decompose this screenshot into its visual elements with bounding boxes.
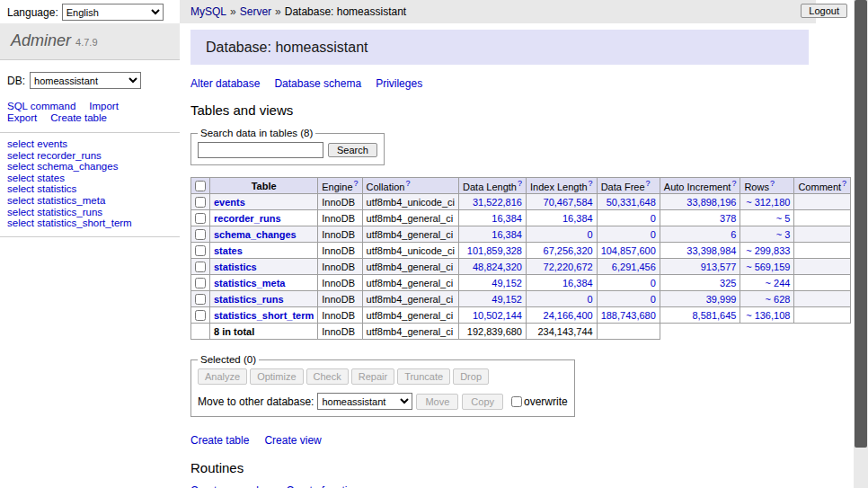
sidebar-link-create-table[interactable]: Create table [50, 112, 107, 123]
scrollbar[interactable] [854, 0, 868, 488]
row-checkbox[interactable] [195, 294, 206, 305]
table-name-link[interactable]: events [214, 197, 245, 208]
data-free-cell: 0 [597, 210, 660, 226]
sidebar-table-link[interactable]: select statistics_runs [7, 207, 173, 218]
breadcrumb-link-server[interactable]: Server [240, 5, 271, 18]
optimize-button[interactable]: Optimize [250, 368, 303, 385]
engine-cell: InnoDB [318, 259, 362, 275]
row-checkbox[interactable] [195, 310, 206, 321]
repair-button[interactable]: Repair [351, 368, 394, 385]
help-link[interactable]: ? [731, 179, 736, 188]
index-length-cell: 16,384 [526, 275, 597, 291]
db-select[interactable]: homeassistant [30, 72, 141, 89]
rows-count-link[interactable]: ~ 136,108 [746, 310, 790, 321]
help-link[interactable]: ? [518, 179, 522, 188]
drop-button[interactable]: Drop [453, 368, 489, 385]
table-name-link[interactable]: statistics_meta [214, 278, 286, 288]
sidebar-table-link[interactable]: select states [7, 173, 173, 184]
comment-cell [794, 275, 851, 291]
scrollbar-thumb[interactable] [855, 0, 867, 448]
table-name-link[interactable]: states [214, 245, 243, 256]
rows-count-link[interactable]: ~ 5 [776, 213, 791, 224]
comment-cell [794, 307, 851, 324]
copy-button[interactable]: Copy [462, 394, 503, 410]
help-link[interactable]: ? [842, 179, 846, 188]
column-header: Data Free? [597, 178, 660, 194]
select-all-checkbox[interactable] [195, 181, 206, 191]
sidebar-link-sql-command[interactable]: SQL command [7, 101, 75, 111]
create-view-link[interactable]: Create view [264, 434, 321, 447]
auto-increment-cell: 8,581,645 [660, 307, 740, 324]
table-name-link[interactable]: recorder_runs [214, 213, 281, 224]
move-db-select[interactable]: homeassistant [317, 393, 412, 410]
row-checkbox[interactable] [195, 213, 206, 224]
total-label-cell: 8 in total [210, 324, 318, 340]
check-button[interactable]: Check [306, 368, 349, 385]
table-row: statesInnoDButf8mb4_unicode_ci101,859,32… [191, 243, 851, 259]
sidebar-table-link[interactable]: select statistics_meta [7, 195, 173, 207]
create-procedure-link[interactable]: Create procedure [190, 484, 274, 488]
adminer-logo[interactable]: Adminer [11, 31, 71, 49]
sidebar-link-export[interactable]: Export [7, 112, 37, 123]
help-link[interactable]: ? [646, 179, 651, 188]
row-checkbox[interactable] [195, 278, 206, 288]
alter-database-link[interactable]: Alter database [190, 77, 260, 90]
overwrite-checkbox[interactable] [511, 396, 522, 407]
language-area: Language:English [0, 0, 180, 23]
move-button[interactable]: Move [416, 394, 458, 410]
rows-count-link[interactable]: ~ 628 [766, 294, 791, 305]
create-links: Create tableCreate view [190, 434, 854, 447]
rows-count-link[interactable]: ~ 569,159 [746, 262, 790, 272]
create-function-link[interactable]: Create function [286, 484, 359, 488]
engine-cell: InnoDB [318, 291, 362, 307]
table-name-cell: recorder_runs [210, 210, 318, 226]
truncate-button[interactable]: Truncate [397, 368, 450, 385]
engine-cell: InnoDB [318, 243, 362, 259]
sidebar-table-link[interactable]: select statistics_short_term [7, 217, 173, 229]
breadcrumb-link-mysql[interactable]: MySQL [190, 5, 226, 18]
help-link[interactable]: ? [770, 179, 775, 188]
help-link[interactable]: ? [354, 179, 359, 188]
table-name-link[interactable]: schema_changes [214, 229, 297, 240]
table-row: schema_changesInnoDButf8mb4_general_ci16… [191, 226, 851, 243]
row-checkbox[interactable] [195, 197, 206, 208]
logout-button[interactable]: Logout [801, 4, 847, 18]
help-link[interactable]: ? [405, 179, 410, 188]
search-button[interactable]: Search [328, 143, 377, 157]
row-check-cell [191, 226, 210, 243]
total-data-free-cell [597, 324, 660, 340]
rows-count-link[interactable]: ~ 3 [776, 229, 791, 240]
rows-count-link[interactable]: ~ 299,833 [746, 245, 790, 256]
table-name-cell: statistics_meta [210, 275, 318, 291]
privileges-link[interactable]: Privileges [376, 77, 422, 90]
table-name-link[interactable]: statistics_short_term [214, 310, 314, 321]
search-input[interactable] [198, 142, 323, 158]
sidebar-table-link[interactable]: select statistics [7, 183, 173, 195]
create-table-link[interactable]: Create table [190, 434, 249, 447]
rows-count-link[interactable]: ~ 312,180 [746, 197, 790, 208]
collation-cell: utf8mb4_general_ci [362, 259, 458, 275]
rows-count-link[interactable]: ~ 244 [766, 278, 791, 288]
row-checkbox[interactable] [195, 229, 206, 240]
data-free-cell: 0 [597, 275, 660, 291]
language-select[interactable]: English [62, 4, 164, 21]
table-name-link[interactable]: statistics_runs [214, 294, 284, 305]
table-name-link[interactable]: statistics [214, 262, 257, 272]
row-checkbox[interactable] [195, 262, 206, 272]
sidebar-table-link[interactable]: select events [7, 138, 173, 150]
rows-cell: ~ 136,108 [740, 307, 794, 324]
index-length-cell: 0 [526, 226, 597, 243]
move-row: Move to other database:homeassistantMove… [198, 393, 568, 410]
collation-cell: utf8mb4_unicode_ci [362, 194, 458, 210]
row-check-cell [191, 194, 210, 210]
database-schema-link[interactable]: Database schema [274, 77, 361, 90]
sidebar-link-import[interactable]: Import [89, 101, 119, 111]
table-row: eventsInnoDButf8mb4_unicode_ci31,522,816… [191, 194, 851, 210]
analyze-button[interactable]: Analyze [198, 368, 247, 385]
sidebar-table-link[interactable]: select schema_changes [7, 161, 173, 173]
row-checkbox[interactable] [195, 245, 206, 256]
help-link[interactable]: ? [589, 179, 593, 188]
sidebar-table-link[interactable]: select recorder_runs [7, 150, 173, 162]
overwrite-label-wrap: overwrite [509, 395, 568, 408]
table-row: statistics_metaInnoDButf8mb4_general_ci4… [191, 275, 851, 291]
